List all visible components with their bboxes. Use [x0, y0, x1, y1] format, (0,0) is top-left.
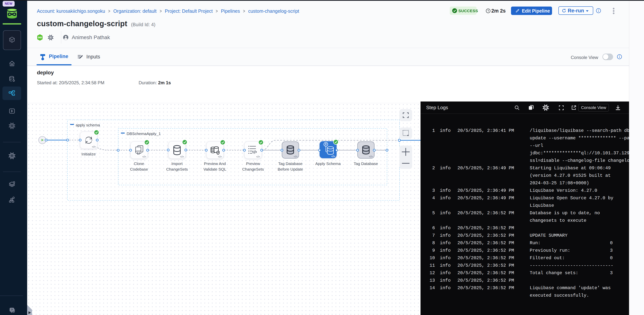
svg-text:</>: </> — [369, 155, 373, 158]
svg-text:</>: </> — [218, 155, 222, 158]
svg-text:Preview And: Preview And — [204, 162, 226, 166]
svg-text:Before Update: Before Update — [278, 167, 303, 171]
svg-text:Import: Import — [172, 162, 183, 166]
svg-text:apply schema: apply schema — [76, 123, 100, 127]
svg-text:</>: </> — [331, 155, 335, 158]
svg-text:Preview: Preview — [246, 162, 260, 166]
svg-text:Tag Database: Tag Database — [278, 162, 302, 166]
svg-text:Apply Schema: Apply Schema — [315, 162, 341, 166]
svg-text:ChangeSets: ChangeSets — [242, 167, 264, 171]
svg-text:</>: </> — [92, 145, 96, 148]
svg-text:</>: </> — [180, 155, 184, 158]
svg-text:</>: </> — [294, 155, 298, 158]
svg-text:Validate SQL: Validate SQL — [204, 167, 226, 171]
svg-text:Tag Database: Tag Database — [354, 162, 378, 166]
svg-text:Clone: Clone — [134, 162, 144, 166]
svg-text:DBSchemaApply_1: DBSchemaApply_1 — [127, 132, 161, 136]
svg-text:</>: </> — [142, 155, 146, 158]
svg-text:</>: </> — [256, 155, 260, 158]
svg-text:ChangeSets: ChangeSets — [166, 167, 188, 171]
svg-text:Initialize: Initialize — [82, 152, 96, 156]
svg-text:?: ? — [11, 308, 13, 311]
svg-text:Codebase: Codebase — [130, 167, 148, 171]
